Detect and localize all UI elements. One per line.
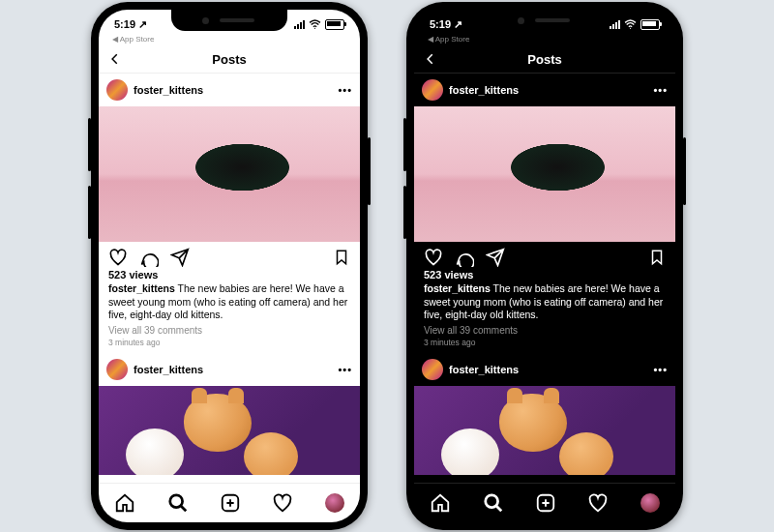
battery-icon: [640, 19, 660, 30]
svg-point-0: [314, 28, 315, 29]
username[interactable]: foster_kittens: [134, 84, 203, 96]
avatar[interactable]: [422, 359, 443, 380]
caption: foster_kittens The new babies are here! …: [414, 281, 675, 322]
caption-user[interactable]: foster_kittens: [424, 282, 491, 294]
back-button[interactable]: [108, 52, 122, 66]
status-right: [294, 19, 344, 30]
add-icon: [220, 492, 241, 514]
post-header: foster_kittens •••: [414, 74, 675, 106]
save-button[interactable]: [648, 248, 666, 267]
add-icon: [535, 492, 556, 514]
tab-add[interactable]: [220, 492, 241, 514]
more-button[interactable]: •••: [338, 84, 352, 96]
tab-search[interactable]: [483, 492, 504, 514]
view-comments-link[interactable]: View all 39 comments: [99, 322, 360, 336]
comment-icon: [455, 248, 474, 267]
svg-point-4: [485, 495, 497, 508]
action-bar: [414, 242, 675, 269]
breadcrumb[interactable]: ◀ App Store: [99, 35, 360, 45]
status-time: 5:19 ↗: [430, 18, 462, 31]
views-count[interactable]: 523 views: [99, 269, 360, 281]
more-button[interactable]: •••: [338, 364, 352, 375]
tab-profile[interactable]: [325, 493, 344, 513]
post-image[interactable]: [99, 106, 360, 242]
heart-icon: [108, 248, 128, 267]
screen-dark: 5:19 ↗ ◀ App Store Posts foster_kittens …: [414, 10, 675, 522]
post-header: foster_kittens •••: [99, 74, 360, 106]
share-button[interactable]: [486, 248, 505, 267]
more-button[interactable]: •••: [653, 364, 668, 375]
tab-bar: [414, 483, 675, 522]
tab-bar: [99, 483, 360, 522]
bookmark-icon: [648, 248, 666, 267]
paper-plane-icon: [486, 248, 505, 267]
battery-icon: [325, 19, 344, 30]
tab-search[interactable]: [167, 492, 189, 514]
save-button[interactable]: [333, 248, 350, 267]
status-time: 5:19 ↗: [114, 18, 147, 31]
like-button[interactable]: [424, 248, 443, 267]
post-image[interactable]: [414, 106, 675, 242]
signal-icon: [294, 20, 305, 29]
phone-dark: 5:19 ↗ ◀ App Store Posts foster_kittens …: [406, 2, 683, 530]
breadcrumb[interactable]: ◀ App Store: [414, 35, 675, 45]
username[interactable]: foster_kittens: [449, 84, 519, 96]
post-image-2[interactable]: [414, 386, 675, 475]
post-header-2: foster_kittens •••: [99, 353, 360, 386]
comment-button[interactable]: [455, 248, 474, 267]
wifi-icon: [624, 19, 637, 29]
bookmark-icon: [333, 248, 350, 267]
more-button[interactable]: •••: [653, 84, 668, 96]
tab-profile[interactable]: [640, 493, 660, 513]
notch: [171, 10, 287, 31]
avatar[interactable]: [106, 79, 128, 101]
share-button[interactable]: [170, 248, 190, 267]
chevron-left-icon: [108, 52, 122, 66]
timestamp: 3 minutes ago: [414, 336, 675, 353]
back-button[interactable]: [424, 52, 437, 66]
svg-point-1: [169, 495, 182, 508]
post-header-2: foster_kittens •••: [414, 353, 675, 386]
search-icon: [483, 492, 504, 514]
action-bar: [99, 242, 360, 269]
views-count[interactable]: 523 views: [414, 269, 675, 281]
chevron-left-icon: [424, 52, 437, 66]
feed[interactable]: foster_kittens ••• 523 views foster_kitt…: [99, 74, 360, 483]
comment-button[interactable]: [139, 248, 159, 267]
heart-icon: [272, 492, 293, 514]
signal-icon: [610, 20, 620, 29]
svg-point-3: [630, 28, 631, 29]
home-icon: [114, 492, 135, 514]
tab-home[interactable]: [114, 492, 135, 514]
username[interactable]: foster_kittens: [134, 364, 203, 375]
paper-plane-icon: [170, 248, 190, 267]
avatar[interactable]: [106, 359, 128, 380]
search-icon: [167, 492, 189, 514]
page-title: Posts: [527, 52, 561, 67]
username[interactable]: foster_kittens: [449, 364, 519, 375]
like-button[interactable]: [108, 248, 128, 267]
tab-add[interactable]: [535, 492, 556, 514]
notch: [487, 10, 603, 31]
tab-activity[interactable]: [272, 492, 293, 514]
status-right: [610, 19, 660, 30]
tab-activity[interactable]: [587, 492, 609, 514]
nav-header: Posts: [99, 45, 360, 74]
heart-icon: [587, 492, 609, 514]
caption-user[interactable]: foster_kittens: [108, 282, 175, 294]
home-icon: [430, 492, 451, 514]
tab-home[interactable]: [430, 492, 451, 514]
feed[interactable]: foster_kittens ••• 523 views foster_kitt…: [414, 74, 675, 483]
comment-icon: [139, 248, 159, 267]
post-image-2[interactable]: [99, 386, 360, 475]
page-title: Posts: [212, 52, 246, 67]
caption: foster_kittens The new babies are here! …: [99, 281, 360, 322]
heart-icon: [424, 248, 443, 267]
wifi-icon: [309, 19, 321, 29]
screen-light: 5:19 ↗ ◀ App Store Posts foster_kittens …: [99, 10, 360, 522]
phone-light: 5:19 ↗ ◀ App Store Posts foster_kittens …: [91, 2, 368, 530]
timestamp: 3 minutes ago: [99, 336, 360, 353]
nav-header: Posts: [414, 45, 675, 74]
view-comments-link[interactable]: View all 39 comments: [414, 322, 675, 336]
avatar[interactable]: [422, 79, 443, 101]
